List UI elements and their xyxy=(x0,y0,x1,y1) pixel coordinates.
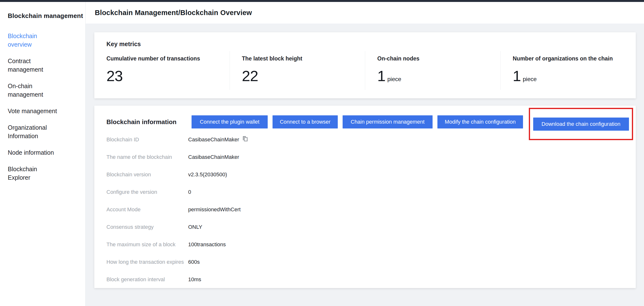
blockchain-information-fields: Blockchain ID CasibaseChainMaker xyxy=(106,131,624,288)
metric-label: On-chain nodes xyxy=(377,55,500,62)
metric-value: 23 xyxy=(106,68,123,84)
field-label: Consensus strategy xyxy=(106,224,188,230)
field-value: 10ms xyxy=(188,276,201,283)
download-chain-configuration-button[interactable]: Download the chain configuration xyxy=(533,117,629,131)
sidebar-item-organizational-information[interactable]: Organizational Information xyxy=(8,123,59,140)
metric-label: The latest block height xyxy=(242,55,365,62)
field-value: 0 xyxy=(188,189,191,195)
field-row-configure-version: Configure the version 0 xyxy=(106,183,624,201)
sidebar-item-contract-management[interactable]: Contract management xyxy=(8,57,59,74)
modify-chain-configuration-button[interactable]: Modify the chain configuration xyxy=(438,115,523,128)
top-bar xyxy=(0,0,644,2)
field-label: The maximum size of a block xyxy=(106,241,188,248)
field-value: CasibaseChainMaker xyxy=(188,136,239,143)
field-label: Account Mode xyxy=(106,206,188,213)
field-label: How long the transaction expires xyxy=(106,259,188,265)
field-row-account-mode: Account Mode permissionedWithCert xyxy=(106,201,624,218)
metric-value: 1 xyxy=(377,68,385,84)
field-label: Configure the version xyxy=(106,189,188,195)
field-value: permissionedWithCert xyxy=(188,206,240,213)
field-label: Blockchain version xyxy=(106,172,188,178)
field-label: Block generation interval xyxy=(106,276,188,283)
sidebar-item-vote-management[interactable]: Vote management xyxy=(8,107,59,115)
field-value: ONLY xyxy=(188,224,202,230)
field-value: 600s xyxy=(188,259,200,265)
chain-permission-management-button[interactable]: Chain permission management xyxy=(342,115,432,128)
content: Key metrics Cumulative number of transac… xyxy=(86,24,644,288)
red-highlight-box: Download the chain configuration xyxy=(529,108,633,140)
metric-cumulative-transactions: Cumulative number of transactions 23 xyxy=(94,51,230,90)
field-row-blockchain-name: The name of the blockchain CasibaseChain… xyxy=(106,148,624,166)
field-label: The name of the blockchain xyxy=(106,154,188,160)
sidebar-title: Blockchain management xyxy=(8,12,85,20)
field-row-transaction-expiry: How long the transaction expires 600s xyxy=(106,253,624,271)
connect-to-browser-button[interactable]: Connect to a browser xyxy=(272,115,338,128)
metric-value: 22 xyxy=(242,68,258,84)
field-value: v2.3.5(2030500) xyxy=(188,172,227,178)
breadcrumb: Blockchain Management/Blockchain Overvie… xyxy=(95,9,252,17)
sidebar-item-node-information[interactable]: Node information xyxy=(8,148,59,157)
page-header: Blockchain Management/Blockchain Overvie… xyxy=(86,2,644,24)
connect-plugin-wallet-button[interactable]: Connect the plugin wallet xyxy=(192,115,268,128)
sidebar-item-on-chain-management[interactable]: On-chain management xyxy=(8,82,59,99)
metric-unit: piece xyxy=(387,76,401,82)
field-label: Blockchain ID xyxy=(106,136,188,143)
main-area: Blockchain Management/Blockchain Overvie… xyxy=(86,2,644,306)
blockchain-information-title: Blockchain information xyxy=(106,118,192,126)
key-metrics-title: Key metrics xyxy=(94,41,636,48)
sidebar: Blockchain management Blockchain overvie… xyxy=(0,2,86,306)
field-row-block-generation-interval: Block generation interval 10ms xyxy=(106,271,624,288)
field-row-max-block-size: The maximum size of a block 100transacti… xyxy=(106,236,624,253)
field-row-consensus-strategy: Consensus strategy ONLY xyxy=(106,218,624,236)
copy-icon[interactable] xyxy=(242,136,248,143)
field-row-blockchain-version: Blockchain version v2.3.5(2030500) xyxy=(106,166,624,183)
sidebar-item-blockchain-explorer[interactable]: Blockchain Explorer xyxy=(8,165,59,182)
field-value: CasibaseChainMaker xyxy=(188,154,239,160)
metric-label: Cumulative number of transactions xyxy=(106,55,230,62)
key-metrics-card: Key metrics Cumulative number of transac… xyxy=(94,32,636,98)
metric-on-chain-nodes: On-chain nodes 1piece xyxy=(365,51,500,90)
key-metrics-row: Cumulative number of transactions 23 The… xyxy=(94,51,636,90)
field-value: 100transactions xyxy=(188,241,226,248)
metric-value: 1 xyxy=(513,68,521,84)
metric-organizations-on-chain: Number of organizations on the chain 1pi… xyxy=(500,51,636,90)
metric-label: Number of organizations on the chain xyxy=(513,55,636,62)
blockchain-information-card: Blockchain information Connect the plugi… xyxy=(94,106,636,288)
metric-latest-block-height: The latest block height 22 xyxy=(230,51,365,90)
metric-unit: piece xyxy=(523,76,536,82)
sidebar-item-blockchain-overview[interactable]: Blockchain overview xyxy=(8,32,59,49)
